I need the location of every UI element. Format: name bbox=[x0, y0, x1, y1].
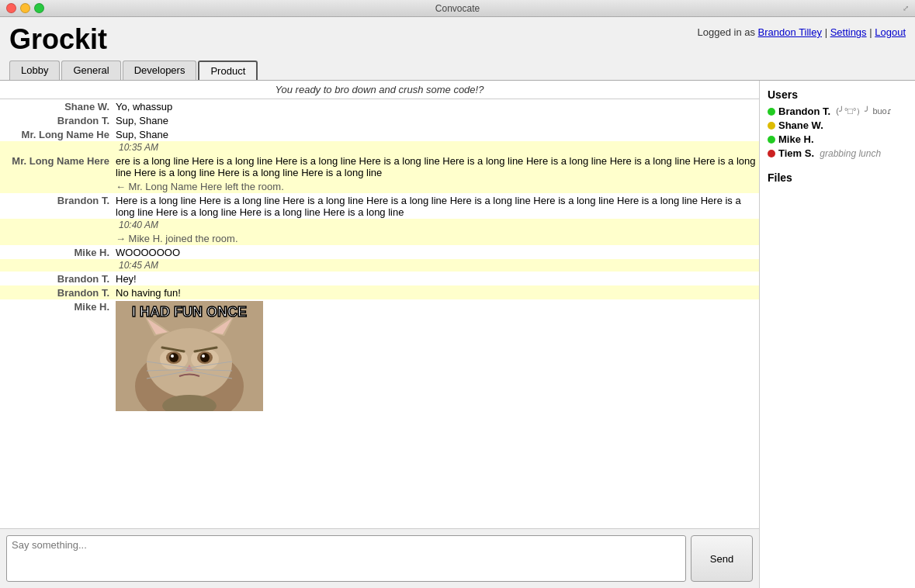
svg-point-13 bbox=[171, 355, 174, 358]
table-row: Brandon T. Here is a long line Here is a… bbox=[0, 193, 759, 219]
msg-author: Mike H. bbox=[3, 300, 116, 411]
sep1: | bbox=[825, 26, 830, 38]
user-status-text: grabbing lunch bbox=[817, 148, 881, 159]
table-row: Brandon T. Hey! bbox=[0, 272, 759, 285]
send-button[interactable]: Send bbox=[691, 535, 753, 582]
sidebar: Users Brandon T. (╯°□°）╯ buoɾ Shane W. M… bbox=[760, 81, 915, 588]
header: Grockit Logged in as Brandon Tilley | Se… bbox=[0, 17, 915, 80]
table-row: Mr. Long Name He Sup, Shane bbox=[0, 127, 759, 141]
msg-author: Brandon T. bbox=[3, 272, 116, 285]
msg-content: Sup, Shane bbox=[116, 128, 756, 140]
msg-content-image: I HAD FUN ONCE bbox=[116, 300, 756, 411]
user-item: Mike H. bbox=[768, 133, 907, 145]
user-kaomoji: (╯°□°）╯ buoɾ bbox=[834, 105, 892, 117]
msg-author bbox=[3, 180, 116, 192]
main: You ready to bro down and crush some cod… bbox=[0, 80, 915, 588]
tab-lobby[interactable]: Lobby bbox=[9, 61, 60, 80]
msg-content-system: → Mike H. joined the room. bbox=[116, 232, 756, 244]
topic-bar: You ready to bro down and crush some cod… bbox=[0, 81, 759, 99]
logout-link[interactable]: Logout bbox=[875, 26, 906, 38]
username-link[interactable]: Brandon Tilley bbox=[758, 26, 822, 38]
table-row: Mr. Long Name Here ere is a long line He… bbox=[0, 154, 759, 179]
timestamp-row: 10:40 AM bbox=[0, 219, 759, 231]
timestamp: 10:35 AM bbox=[119, 142, 158, 153]
msg-content: WOOOOOOO bbox=[116, 246, 756, 258]
window-chrome: Convocate ⤢ bbox=[0, 0, 915, 17]
timestamp-row: 10:35 AM bbox=[0, 141, 759, 154]
settings-link[interactable]: Settings bbox=[830, 26, 867, 38]
msg-author: Brandon T. bbox=[3, 114, 116, 126]
user-item: Brandon T. (╯°□°）╯ buoɾ bbox=[768, 105, 907, 117]
tab-product[interactable]: Product bbox=[198, 61, 258, 80]
resize-icon: ⤢ bbox=[903, 4, 909, 12]
table-row: → Mike H. joined the room. bbox=[0, 231, 759, 245]
app-title: Grockit bbox=[9, 23, 107, 56]
svg-point-14 bbox=[202, 355, 205, 358]
user-name: Mike H. bbox=[778, 133, 814, 145]
msg-content: ere is a long line Here is a long line H… bbox=[116, 154, 756, 178]
svg-text:I HAD FUN ONCE: I HAD FUN ONCE bbox=[132, 304, 247, 320]
tabs: Lobby General Developers Product bbox=[9, 61, 906, 80]
status-dot-yellow bbox=[768, 122, 775, 130]
svg-point-12 bbox=[200, 353, 210, 362]
msg-content: No having fun! bbox=[116, 286, 756, 299]
table-row: Brandon T. No having fun! bbox=[0, 285, 759, 299]
status-dot-green bbox=[768, 136, 775, 144]
tab-developers[interactable]: Developers bbox=[123, 61, 197, 80]
user-list: Brandon T. (╯°□°）╯ buoɾ Shane W. Mike H.… bbox=[768, 105, 907, 159]
msg-content: Here is a long line Here is a long line … bbox=[116, 194, 756, 218]
timestamp: 10:40 AM bbox=[119, 220, 158, 230]
msg-author: Mr. Long Name He bbox=[3, 128, 116, 140]
msg-content-system: ← Mr. Long Name Here left the room. bbox=[116, 180, 756, 192]
close-button[interactable] bbox=[6, 3, 16, 13]
grumpy-cat-svg: I HAD FUN ONCE bbox=[116, 301, 263, 411]
messages[interactable]: Shane W. Yo, whassup Brandon T. Sup, Sha… bbox=[0, 99, 759, 528]
status-dot-red bbox=[768, 150, 775, 157]
msg-author: Brandon T. bbox=[3, 286, 116, 299]
msg-author: Mike H. bbox=[3, 246, 116, 258]
msg-content: Sup, Shane bbox=[116, 114, 756, 126]
minimize-button[interactable] bbox=[20, 3, 30, 13]
window-controls[interactable] bbox=[6, 3, 44, 13]
user-item: Shane W. bbox=[768, 119, 907, 131]
users-section-title: Users bbox=[768, 88, 907, 101]
window-title: Convocate bbox=[435, 3, 480, 14]
table-row: Mike H. bbox=[0, 299, 759, 412]
user-name: Shane W. bbox=[778, 119, 823, 131]
meme-image: I HAD FUN ONCE bbox=[116, 301, 263, 411]
timestamp: 10:45 AM bbox=[119, 260, 158, 271]
auth-text: Logged in as bbox=[698, 26, 758, 38]
auth-info: Logged in as Brandon Tilley | Settings |… bbox=[698, 23, 906, 38]
timestamp-row: 10:45 AM bbox=[0, 259, 759, 272]
msg-author bbox=[3, 232, 116, 244]
table-row: ← Mr. Long Name Here left the room. bbox=[0, 179, 759, 193]
user-name: Brandon T. bbox=[778, 105, 830, 117]
msg-content: Yo, whassup bbox=[116, 100, 756, 112]
tab-general[interactable]: General bbox=[61, 61, 120, 80]
files-section: Files bbox=[768, 171, 907, 184]
msg-author: Brandon T. bbox=[3, 194, 116, 218]
files-section-title: Files bbox=[768, 171, 907, 184]
user-name: Tiem S. bbox=[778, 147, 814, 159]
app-container: Grockit Logged in as Brandon Tilley | Se… bbox=[0, 17, 915, 588]
header-top: Grockit Logged in as Brandon Tilley | Se… bbox=[9, 23, 906, 56]
table-row: Mike H. WOOOOOOO bbox=[0, 245, 759, 259]
msg-content: Hey! bbox=[116, 272, 756, 285]
msg-author: Shane W. bbox=[3, 100, 116, 112]
table-row: Shane W. Yo, whassup bbox=[0, 99, 759, 113]
user-item: Tiem S. grabbing lunch bbox=[768, 147, 907, 159]
maximize-button[interactable] bbox=[34, 3, 44, 13]
chat-area: You ready to bro down and crush some cod… bbox=[0, 81, 760, 588]
status-dot-green bbox=[768, 108, 775, 116]
message-input[interactable] bbox=[6, 535, 686, 582]
msg-author: Mr. Long Name Here bbox=[3, 154, 116, 178]
table-row: Brandon T. Sup, Shane bbox=[0, 113, 759, 127]
input-area: Send bbox=[0, 528, 759, 588]
svg-point-11 bbox=[169, 353, 178, 362]
